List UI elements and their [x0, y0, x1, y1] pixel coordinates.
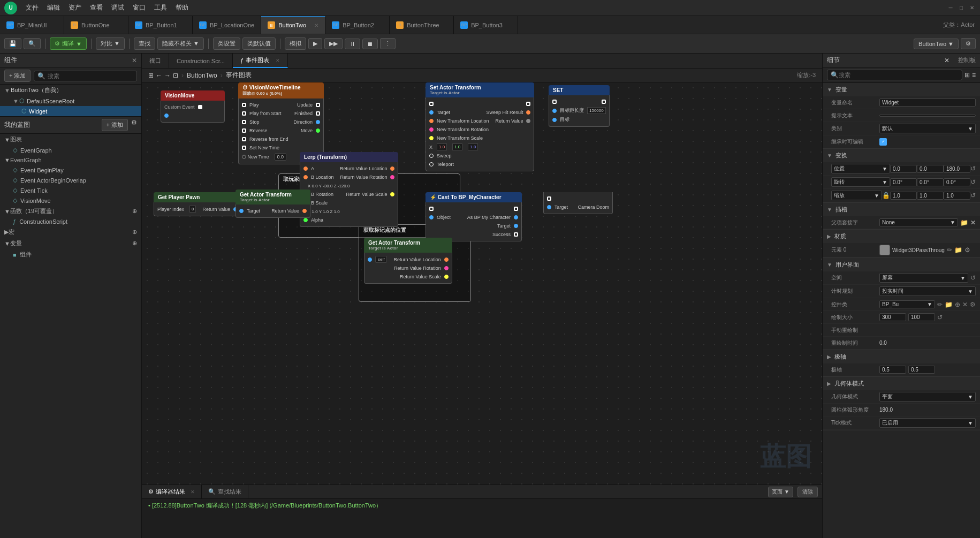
prop-dropdown-category[interactable]: 默认 ▼ [879, 124, 976, 133]
tree-item-defaultsceneroot[interactable]: ▼ ⬡ DefaultSceneRoot [0, 96, 141, 106]
page-button[interactable]: 页面 ▼ [768, 487, 793, 497]
prop-input-pos-x[interactable] [890, 165, 917, 173]
add-variable-icon[interactable]: ⊕ [132, 240, 137, 247]
tab-bp-locationone[interactable]: BP BP_LocationOne [193, 16, 261, 34]
bp-item-beginplay[interactable]: ◇ Event BeginPlay [0, 165, 141, 175]
close-details-button[interactable]: ✕ [944, 57, 949, 64]
pin-exec-setnewtime[interactable] [242, 146, 246, 150]
class-defaults-button[interactable]: 类默认值 [242, 37, 276, 50]
pin-set-value[interactable]: 150000 [587, 107, 606, 114]
pin-teleport[interactable] [429, 162, 434, 166]
pin-exec-play-in[interactable] [242, 103, 246, 107]
pin-return-scale[interactable] [390, 192, 394, 196]
prop-input-scale-z[interactable] [944, 192, 970, 200]
prop-dropdown-position[interactable]: 位置▼ [831, 164, 890, 173]
maximize-button[interactable]: □ [958, 4, 965, 12]
add-function-icon[interactable]: ⊕ [132, 208, 137, 215]
bp-item-actoroverlap[interactable]: ◇ Event ActorBeginOverlap [0, 175, 141, 185]
mybp-add-button[interactable]: + 添加 [102, 119, 128, 131]
prop-input-drawsize-h[interactable] [908, 313, 935, 321]
pin-exec-set-out[interactable] [602, 100, 606, 104]
simulate-button[interactable]: 模拟 [285, 37, 306, 50]
bottom-tab-compiler[interactable]: ⚙ 编译器结果 ✕ [142, 485, 202, 498]
node-cast-bp-mycharacter[interactable]: ⚡ Cast To BP_MyCharacter Object As BP My… [426, 192, 522, 241]
subtab-eventgraph[interactable]: ƒ 事件图表 ✕ [233, 54, 288, 68]
pin-target-in[interactable] [429, 110, 434, 115]
subtab-close-eventgraph[interactable]: ✕ [276, 58, 280, 63]
section-graphs[interactable]: ▼ 图表 [0, 134, 141, 145]
bp-item-constructionscript[interactable]: ƒ ConstructionScript [0, 217, 141, 226]
lock-scale-icon[interactable]: 🔒 [882, 192, 890, 199]
prop-checkbox-editable[interactable]: ✓ [879, 138, 887, 146]
node-camera-target[interactable]: Target Camera Doom [543, 192, 613, 214]
prop-dropdown-timing[interactable]: 投实时间 ▼ [879, 286, 976, 296]
section-header-geometry[interactable]: ▶ 几何体模式 [823, 377, 980, 390]
breadcrumb-item-1[interactable]: ButtonTwo [187, 72, 217, 79]
reset-drawsize-icon[interactable]: ↺ [937, 314, 943, 321]
pin-exec-reverse[interactable] [242, 128, 246, 133]
pin-newrotation[interactable] [429, 127, 434, 132]
prop-dropdown-widgetclass[interactable]: BP_Bu ▼ [879, 300, 935, 308]
nav-back-button[interactable]: ⊞ [148, 72, 154, 79]
section-header-material[interactable]: ▶ 材质 [823, 230, 980, 243]
blueprint-canvas[interactable]: 取玩家的位置 获取标记点的位置 VisionMove Custom Event [142, 82, 822, 484]
section-eventgraph-expand[interactable]: ▼ EventGraph [0, 155, 141, 165]
hide-unrelated-button[interactable]: 隐藏不相关 ▼ [157, 37, 204, 50]
section-macros[interactable]: ▶ 宏 ⊕ [0, 226, 141, 238]
widgetclass-edit-icon[interactable]: ✏ [937, 301, 943, 308]
mybp-settings-icon[interactable]: ⚙ [131, 119, 137, 131]
tab-bp-button2[interactable]: BP BP_Button2 [325, 16, 390, 34]
prop-input-scale-x[interactable] [890, 192, 917, 200]
bottom-tab-find[interactable]: 🔍 查找结果 [202, 485, 248, 498]
right-search-input[interactable] [839, 72, 959, 78]
tab-bp-button1[interactable]: BP BP_Button1 [128, 16, 193, 34]
pin-exec-playfromstart[interactable] [242, 111, 246, 116]
widgetclass-clear-icon[interactable]: ✕ [962, 301, 968, 308]
prop-dropdown-rotation[interactable]: 旋转▼ [831, 177, 890, 187]
prop-input-pivot-x[interactable] [879, 366, 906, 374]
components-close[interactable]: ✕ [132, 57, 137, 64]
menu-debug[interactable]: 调试 [111, 3, 124, 12]
material-edit-icon[interactable]: ✏ [947, 246, 952, 254]
node-lerp-transform[interactable]: Lerp (Transform) A Return Value Location… [300, 152, 398, 227]
compare-button[interactable]: 对比 ▼ [96, 37, 125, 50]
pin-exec-set-in[interactable] [552, 100, 557, 104]
reset-space-icon[interactable]: ↺ [970, 274, 976, 282]
pin-gat2-target-val[interactable]: self [375, 256, 387, 263]
tab-bp-button3[interactable]: BP BP_Button3 [454, 16, 518, 34]
node-get-actor-transform-1[interactable]: Get Actor Transform Target is Actor Targ… [235, 190, 310, 218]
minimize-button[interactable]: ─ [947, 4, 954, 12]
pin-lerp-alpha[interactable] [303, 218, 308, 222]
save-button[interactable]: 💾 [4, 38, 21, 49]
clear-button[interactable]: 清除 [797, 487, 818, 497]
pin-gat1-target[interactable] [239, 209, 244, 213]
pin-sweephit[interactable] [526, 110, 530, 115]
prop-input-drawsize-w[interactable] [879, 313, 906, 321]
section-header-variable[interactable]: ▼ 变量 [823, 83, 980, 96]
pin-exec-sat-in[interactable] [429, 102, 434, 106]
prop-input-rot-x[interactable] [890, 178, 917, 186]
browse-button[interactable]: 🔍 [24, 38, 41, 49]
compile-button[interactable]: ⚙ 编译 ▼ [50, 37, 87, 50]
section-header-pivot[interactable]: ▶ 极轴 [823, 350, 980, 363]
pause-button[interactable]: ⏸ [345, 39, 360, 49]
section-variables[interactable]: ▼ 变量 ⊕ [0, 238, 141, 249]
view-options-icon[interactable]: ≡ [972, 71, 976, 79]
play2-button[interactable]: ▶▶ [324, 38, 343, 49]
menu-edit[interactable]: 编辑 [47, 3, 60, 12]
breadcrumb-item-2[interactable]: 事件图表 [226, 71, 252, 80]
node-set[interactable]: SET 目标距长度 150000 目标 [549, 85, 610, 127]
pin-gat2-target[interactable] [368, 257, 372, 262]
bp-item-visionmove[interactable]: ◇ VisionMove [0, 195, 141, 206]
prop-dropdown-scale[interactable]: 缩放▼ [831, 191, 882, 200]
node-get-actor-transform-2[interactable]: Get Actor Transform Target is Actor self… [364, 238, 452, 284]
pin-gat2-returnloc[interactable] [444, 257, 449, 262]
widgetclass-settings-icon[interactable]: ⚙ [970, 301, 976, 308]
component-search-input[interactable] [48, 73, 133, 79]
pin-returnvalue[interactable] [526, 119, 530, 123]
section-header-ui[interactable]: ▼ 用户界面 [823, 258, 980, 271]
prop-dropdown-geom-mode[interactable]: 平面 ▼ [879, 392, 976, 401]
prop-input-tooltip[interactable] [879, 115, 976, 117]
tab-close-buttontwo[interactable]: ✕ [314, 22, 318, 28]
tab-buttonone[interactable]: B ButtonOne [64, 16, 128, 34]
